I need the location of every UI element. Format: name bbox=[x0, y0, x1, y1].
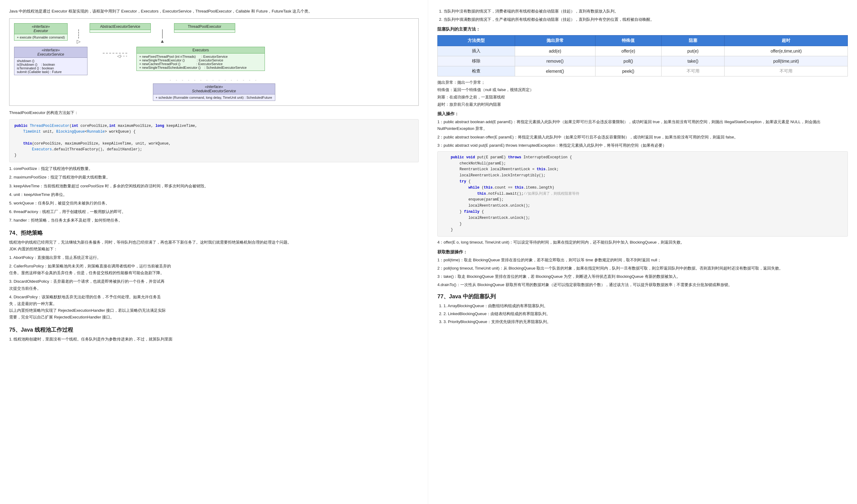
param-7: 7. handler：拒绝策略，当任务太多来不及处理，如何拒绝任务。 bbox=[9, 217, 419, 224]
td-take: take() bbox=[661, 56, 725, 66]
get-op2: 2：poll(long timeout, TimeUnit unit)：从 Bl… bbox=[437, 265, 848, 272]
param-5: 5. workQueue：任务队列，被提交但尚未被执行的任务。 bbox=[9, 200, 419, 207]
executors-box: Executors + newFixedThreadPool (int nThr… bbox=[136, 47, 265, 71]
blocking-intro-2: 当队列中填满数据的情况下，生产者端的所有线程都会被自动阻塞（挂起），直到队列中有… bbox=[443, 16, 848, 23]
td-remove: 移除 bbox=[438, 56, 515, 66]
section75-intro: 1. 线程池刚创建时，里面没有一个线程。任务队列是作为参数传进来的，不过，就算队… bbox=[9, 336, 419, 343]
params-list: 1. corePoolSize：指定了线程池中的线程数量。 2. maximum… bbox=[9, 166, 419, 224]
td-element: element() bbox=[515, 66, 595, 76]
get-ops-title: 获取数据操作： bbox=[437, 249, 848, 255]
td-offer: offer(e) bbox=[595, 46, 661, 56]
table-row-remove: 移除 remove() poll() take() poll(time,unit… bbox=[438, 56, 848, 66]
abstract-executor-box: AbstractExecutorService bbox=[90, 23, 151, 33]
param-4: 4. unit：keepAliveTime 的单位。 bbox=[9, 191, 419, 198]
executor-box: «interface»Executor + execute (Runnable … bbox=[14, 23, 68, 41]
executor-body: + execute (Runnable command) bbox=[14, 34, 67, 40]
blocking-queue-table: 方法类型 抛出异常 特殊值 阻塞 超时 插入 add(e) offer(e) p… bbox=[437, 35, 848, 76]
scheduled-body: + schedule (Runnable command, long delay… bbox=[153, 94, 275, 101]
blocking-intro-1: 当队列中没有数据的情况下，消费者端的所有线程都会被自动阻塞（挂起），直到有数据放… bbox=[443, 8, 848, 15]
table-row-check: 检查 element() peek() 不可用 不可用 bbox=[438, 66, 848, 76]
scheduled-title: «interface»ScheduledExecutorService bbox=[153, 84, 275, 94]
td-na1: 不可用 bbox=[661, 66, 725, 76]
param-2: 2. maximumPoolSize：指定了线程池中的最大线程数量。 bbox=[9, 174, 419, 181]
td-peek: peek() bbox=[595, 66, 661, 76]
th-special-value: 特殊值 bbox=[595, 35, 661, 46]
section77-item-1: 1. ArrayBlockingQueue：由数组结构组成的有界阻塞队列。 bbox=[443, 302, 848, 309]
td-insert: 插入 bbox=[438, 46, 515, 56]
dashed-connector: ◁- - - bbox=[103, 53, 127, 58]
param-1: 1. corePoolSize：指定了线程池中的线程数量。 bbox=[9, 166, 419, 172]
right-panel: 当队列中没有数据的情况下，消费者端的所有线程都会被自动阻塞（挂起），直到有数据放… bbox=[428, 0, 857, 504]
note-4: 超时：放弃前只在最大的时间内阻塞 bbox=[437, 102, 848, 108]
section77-item-3: 3. PriorityBlockingQueue：支持优先级排序的无界阻塞队列。 bbox=[443, 318, 848, 325]
threadpool-box: ThreadPoolExecutor bbox=[174, 23, 235, 33]
td-offer-time: offer(e,time,unit) bbox=[725, 46, 848, 56]
section77-list: 1. ArrayBlockingQueue：由数组结构组成的有界阻塞队列。 2.… bbox=[443, 302, 848, 325]
policy-2: 2. CallerRunsPolicy：如果策略池尚未关闭，则策略直接在调用者线… bbox=[9, 263, 419, 276]
policy-1: 1. AbortPolicy：直接抛出异常，阻止系统正常运行。 bbox=[9, 254, 419, 261]
code-block-1: public ThreadPoolExecutor(int corePoolSi… bbox=[9, 119, 419, 162]
executors-body: + newFixedThreadPool (int nThreads) : Ex… bbox=[137, 53, 265, 71]
notes-section: 抛出异常：抛出一个异常； 特殊值：返回一个特殊值（null 或 false，视情… bbox=[437, 80, 848, 108]
param-3: 3. keepAliveTime：当前线程池数量超过 corePoolSize … bbox=[9, 183, 419, 190]
insert-op4: 4：offer(E o, long timeout, TimeUnit unit… bbox=[437, 239, 848, 246]
table-row-insert: 插入 add(e) offer(e) put(e) offer(e,time,u… bbox=[438, 46, 848, 56]
reject-policies-list: 1. AbortPolicy：直接抛出异常，阻止系统正常运行。 2. Calle… bbox=[9, 254, 419, 320]
note-1: 抛出异常：抛出一个异常； bbox=[437, 80, 848, 86]
note-2: 特殊值：返回一个特殊值（null 或 false，视情况而定） bbox=[437, 87, 848, 93]
insert-op1: 1：public abstract boolean add(E paramE)：… bbox=[437, 119, 848, 132]
get-op4: 4.drainTo()：一次性从 BlockingQueue 获取所有可用的数据… bbox=[437, 281, 848, 288]
executors-title: Executors bbox=[137, 47, 265, 53]
td-add: add(e) bbox=[515, 46, 595, 56]
th-method-type: 方法类型 bbox=[438, 35, 515, 46]
threadpool-body bbox=[174, 30, 235, 32]
insert-op2: 2：public abstract boolean offer(E paramE… bbox=[437, 134, 848, 141]
td-na2: 不可用 bbox=[725, 66, 848, 76]
arrow2: ▲ bbox=[160, 29, 165, 44]
section77-item-2: 2. LinkedBlockingQueue：由链表结构组成的有界阻塞队列。 bbox=[443, 311, 848, 317]
get-op1: 1：poll(time)：取走 BlockingQueue 里排在首位的对象，若… bbox=[437, 257, 848, 263]
table-header-row: 方法类型 抛出异常 特殊值 阻塞 超时 bbox=[438, 35, 848, 46]
insert-ops-title: 插入操作： bbox=[437, 111, 848, 117]
dashes: - - - - - - - - - - - - - - - bbox=[14, 77, 414, 82]
td-check: 检查 bbox=[438, 66, 515, 76]
section74-title: 74、拒绝策略 bbox=[9, 229, 419, 237]
section74-intro: 线程池中的线程已经用完了，无法继续为新任务服务，同时，等待队列也已经排满了，再也… bbox=[9, 239, 419, 253]
td-remove-throw: remove() bbox=[515, 56, 595, 66]
get-op3: 3：take()：取走 BlockingQueue 里排在首位的对象，若 Blo… bbox=[437, 273, 848, 280]
executorservice-title: «interface»ExecutorService bbox=[14, 47, 87, 58]
th-block: 阻塞 bbox=[661, 35, 725, 46]
arrow1: ▷ bbox=[77, 29, 81, 44]
abstract-executor-body bbox=[90, 30, 150, 32]
td-poll-time: poll(time,unit) bbox=[725, 56, 848, 66]
section77-title: 77、Java 中的阻塞队列 bbox=[437, 293, 848, 300]
code-put: public void put(E paramE) throws Interru… bbox=[437, 151, 848, 237]
th-timeout: 超时 bbox=[725, 35, 848, 46]
scheduled-row: «interface»ScheduledExecutorService + sc… bbox=[14, 84, 414, 101]
executorservice-body: shutdown () isShutdown () : boolean isTe… bbox=[14, 58, 87, 75]
insert-op3: 3：public abstract void put(E paramE) thr… bbox=[437, 142, 848, 149]
intro-text: Java 中的线程池是通过 Executor 框架实现的，该框架中用到了 Exe… bbox=[9, 8, 419, 15]
executor-title: «interface»Executor bbox=[14, 23, 67, 34]
threadpool-title: ThreadPoolExecutor bbox=[174, 23, 235, 30]
policy-3: 3. DiscardOldestPolicy：丢弃最老的一个请求，也就是即将被执… bbox=[9, 278, 419, 292]
table-title: 阻塞队列的主要方法： bbox=[437, 27, 848, 32]
th-throw-exception: 抛出异常 bbox=[515, 35, 595, 46]
section75-title: 75、Java 线程池工作过程 bbox=[9, 326, 419, 333]
td-poll: poll() bbox=[595, 56, 661, 66]
abstract-executor-title: AbstractExecutorService bbox=[90, 23, 150, 30]
uml-diagram: «interface»Executor + execute (Runnable … bbox=[9, 18, 419, 106]
td-put: put(e) bbox=[661, 46, 725, 56]
policy-4: 4. DiscardPolicy：该策略默默地丢弃无法处理的任务，不予任何处理。… bbox=[9, 294, 419, 320]
threadpool-intro: ThreadPoolExecutor 的构造方法如下： bbox=[9, 109, 419, 116]
left-panel: Java 中的线程池是通过 Executor 框架实现的，该框架中用到了 Exe… bbox=[0, 0, 428, 504]
executorservice-box: «interface»ExecutorService shutdown () i… bbox=[14, 47, 87, 75]
param-6: 6. threadFactory：线程工厂，用于创建线程，一般用默认的即可。 bbox=[9, 208, 419, 215]
blocking-intro: 当队列中没有数据的情况下，消费者端的所有线程都会被自动阻塞（挂起），直到有数据放… bbox=[437, 8, 848, 23]
note-3: 则塞：在成功操作之前，一直阻塞线程 bbox=[437, 94, 848, 101]
scheduled-box: «interface»ScheduledExecutorService + sc… bbox=[153, 84, 275, 101]
